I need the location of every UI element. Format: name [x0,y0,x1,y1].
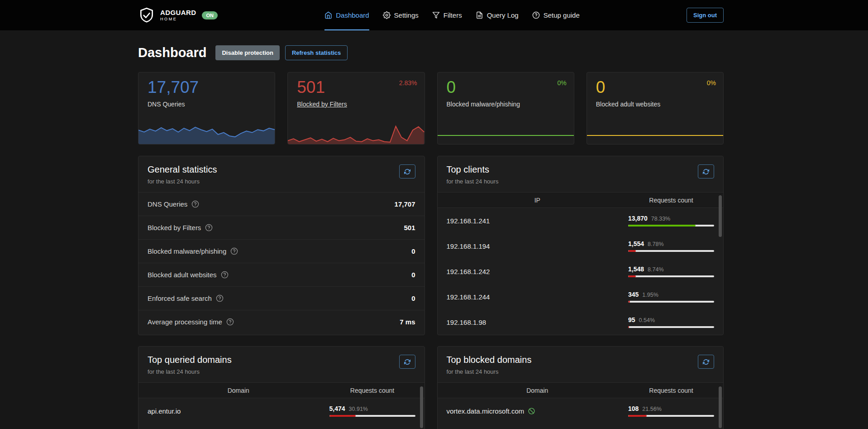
card-value: 17,707 [138,72,275,97]
nav-item-query-log[interactable]: Query Log [476,0,519,30]
column-header-domain: Domain [148,387,329,394]
refresh-icon [404,359,410,365]
panels-row-2: Top queried domains for the last 24 hour… [138,346,724,429]
brand-subtitle: HOME [160,17,196,21]
help-icon[interactable] [226,318,234,326]
scrollbar-thumb[interactable] [420,386,423,428]
nav-item-label: Settings [394,11,419,19]
document-icon [476,11,483,19]
column-header-requests: Requests count [628,387,714,394]
refresh-statistics-button[interactable]: Refresh statistics [285,45,348,60]
general-statistics-refresh-button[interactable] [399,164,415,178]
request-count: 1,548 [628,265,644,273]
gear-icon [383,11,391,19]
domain-row: vortex.data.microsoft.com 10821.56% [438,398,724,424]
panel-header: Top clients for the last 24 hours [438,156,724,192]
client-row: 192.168.1.241 13,87078.33% [438,208,724,233]
help-icon[interactable] [221,271,229,279]
panel-title: Top clients [447,164,499,175]
nav-item-label: Filters [444,11,462,19]
help-icon[interactable] [191,200,199,208]
blocked-tracker-icon[interactable] [528,407,535,415]
client-row: 192.168.1.244 3451.95% [438,284,724,309]
column-header-domain: Domain [447,387,629,394]
adguard-home-logo[interactable]: ADGUARD HOME ON [138,7,218,24]
panel-header: General statistics for the last 24 hours [138,156,424,192]
client-row: 192.168.1.194 1,5548.78% [438,233,724,259]
request-count: 13,870 [628,215,648,222]
help-icon[interactable] [205,224,213,231]
progress-bar [329,415,415,417]
stat-row: Blocked adult websites 0 [138,263,424,286]
navbar: ADGUARD HOME ON Dashboard Settings Filte… [0,0,868,30]
request-count: 1,554 [628,240,644,247]
top-blocked-domains-refresh-button[interactable] [698,355,714,369]
nav-item-dashboard[interactable]: Dashboard [324,0,369,30]
client-row: 192.168.1.98 950.54% [438,309,724,335]
panel-subtitle: for the last 24 hours [148,178,217,185]
card-label: DNS Queries [138,97,275,108]
card-percent: 2.83% [399,79,417,87]
dns-queries-card: 17,707 DNS Queries [138,72,275,145]
request-percent: 21.56% [642,406,661,412]
request-count: 5,474 [329,405,345,412]
panel-title: Top blocked domains [447,355,532,365]
nav-item-filters[interactable]: Filters [432,0,462,30]
nav-item-setup-guide[interactable]: Setup guide [532,0,580,30]
top-clients-refresh-button[interactable] [698,164,714,178]
blocked-by-filters-link[interactable]: Blocked by Filters [297,101,347,108]
stat-row: Average processing time 7 ms [138,310,424,333]
request-percent: 78.33% [651,216,670,222]
request-percent: 0.54% [639,317,655,323]
client-row: 192.168.1.242 1,5488.74% [438,259,724,284]
table-header: Domain Requests count [138,382,424,398]
stat-row: Blocked malware/phishing 0 [138,239,424,263]
panel-header: Top queried domains for the last 24 hour… [138,347,424,382]
nav-item-settings[interactable]: Settings [383,0,419,30]
request-percent: 8.78% [648,241,663,247]
disable-protection-button[interactable]: Disable protection [215,45,279,60]
top-queried-domains-refresh-button[interactable] [399,355,415,369]
stat-row: Blocked by Filters 501 [138,216,424,239]
shield-check-icon [138,7,155,24]
panel-header: Top blocked domains for the last 24 hour… [438,347,724,382]
blocked-malware-sparkline [438,120,574,144]
nav-item-label: Setup guide [544,11,580,19]
top-blocked-domains-panel: Top blocked domains for the last 24 hour… [437,346,724,429]
progress-bar [628,275,714,277]
card-label: Blocked adult websites [587,97,723,108]
dns-queries-sparkline [138,120,275,144]
request-percent: 1.95% [642,292,658,298]
card-label: Blocked malware/phishing [438,97,574,108]
sign-out-button[interactable]: Sign out [687,8,724,23]
nav-item-label: Dashboard [336,11,369,19]
filter-icon [432,11,440,19]
scrollbar-thumb[interactable] [719,195,722,237]
stat-cards-row: 17,707 DNS Queries 2.83% 501 Blocked by … [138,72,724,145]
help-icon[interactable] [230,247,238,255]
brand-text: ADGUARD HOME [160,9,196,21]
page-title: Dashboard [138,45,206,60]
request-count: 95 [628,316,635,323]
blocked-adult-card: 0% 0 Blocked adult websites [587,72,724,145]
panel-title: Top queried domains [148,355,232,365]
request-percent: 30.91% [349,406,368,412]
client-ip: 192.168.1.241 [447,217,629,225]
stat-row: Enforced safe search 0 [138,286,424,310]
help-icon[interactable] [216,294,224,302]
blocked-by-filters-card: 2.83% 501 Blocked by Filters [287,72,424,145]
progress-bar [628,326,714,328]
scrollbar-thumb[interactable] [719,386,722,428]
progress-bar [628,250,714,252]
request-count: 108 [628,405,639,412]
progress-bar [628,225,714,227]
refresh-icon [404,169,410,175]
table-header: IP Requests count [438,192,724,208]
client-ip: 192.168.1.244 [447,293,629,301]
progress-bar [628,301,714,303]
domain-name: api.entur.io [148,407,329,415]
panel-subtitle: for the last 24 hours [447,368,532,375]
panels-row-1: General statistics for the last 24 hours… [138,156,724,335]
dashboard-page: Dashboard Disable protection Refresh sta… [138,30,724,429]
blocked-by-filters-sparkline [288,120,424,144]
